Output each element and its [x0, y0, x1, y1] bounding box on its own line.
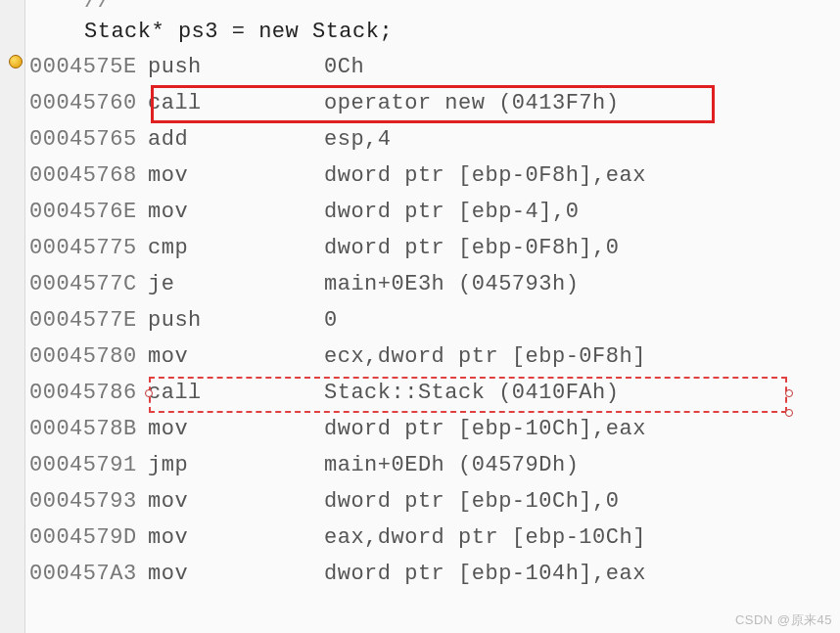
asm-row[interactable]: 0004577Cjemain+0E3h (045793h) — [25, 266, 840, 302]
asm-operand: eax,dword ptr [ebp-10Ch] — [324, 525, 646, 550]
source-code-line: Stack* ps3 = new Stack; — [25, 14, 840, 49]
asm-row[interactable]: 00045775cmpdword ptr [ebp-0F8h],0 — [25, 230, 840, 266]
selection-handle — [145, 389, 153, 397]
asm-addr: 0004578B — [25, 411, 148, 447]
asm-operand: 0 — [324, 308, 338, 333]
asm-operand: dword ptr [ebp-10Ch],eax — [324, 417, 646, 441]
asm-addr: 00045786 — [25, 375, 148, 411]
asm-addr: 0004577C — [25, 266, 148, 302]
asm-mnemonic: mov — [148, 411, 324, 447]
asm-addr: 00045760 — [25, 85, 148, 121]
asm-row[interactable]: 0004579Dmoveax,dword ptr [ebp-10Ch] — [25, 520, 840, 556]
asm-row[interactable]: 00045760calloperator new (0413F7h) — [25, 85, 840, 121]
asm-row[interactable]: 0004576Emovdword ptr [ebp-4],0 — [25, 194, 840, 230]
asm-addr: 00045765 — [25, 121, 148, 158]
asm-row[interactable]: 0004577Epush0 — [25, 302, 840, 339]
asm-mnemonic: mov — [148, 339, 324, 375]
asm-addr: 0004579D — [25, 520, 148, 556]
asm-operand: dword ptr [ebp-104h],eax — [324, 562, 646, 586]
asm-addr: 0004576E — [25, 194, 148, 230]
asm-mnemonic: mov — [148, 483, 324, 520]
asm-row[interactable]: 00045765addesp,4 — [25, 121, 840, 158]
asm-addr: 000457A3 — [25, 556, 148, 592]
asm-mnemonic: call — [148, 375, 324, 411]
source-comment: // — [25, 0, 840, 14]
asm-mnemonic: mov — [148, 520, 324, 556]
asm-mnemonic: mov — [148, 158, 324, 194]
selection-handle — [785, 389, 793, 397]
watermark-text: CSDN @原来45 — [735, 611, 832, 629]
asm-row[interactable]: 00045768movdword ptr [ebp-0F8h],eax — [25, 158, 840, 194]
asm-mnemonic: je — [148, 266, 324, 302]
selection-handle — [785, 409, 793, 417]
breakpoint-marker[interactable] — [9, 55, 23, 68]
asm-mnemonic: mov — [148, 556, 324, 592]
asm-mnemonic: push — [148, 302, 324, 339]
asm-operand: 0Ch — [324, 55, 364, 79]
asm-addr: 00045793 — [25, 483, 148, 520]
asm-row[interactable]: 000457A3movdword ptr [ebp-104h],eax — [25, 556, 840, 592]
asm-mnemonic: add — [148, 121, 324, 158]
asm-row[interactable]: 00045780movecx,dword ptr [ebp-0F8h] — [25, 339, 840, 375]
asm-row[interactable]: 0004578Bmovdword ptr [ebp-10Ch],eax — [25, 411, 840, 447]
asm-operand: dword ptr [ebp-0F8h],0 — [324, 236, 619, 260]
asm-row[interactable]: 0004575Epush0Ch — [25, 49, 840, 85]
asm-addr: 0004577E — [25, 302, 148, 339]
asm-row[interactable]: 00045793movdword ptr [ebp-10Ch],0 — [25, 483, 840, 520]
asm-operand: Stack::Stack (0410FAh) — [324, 381, 619, 405]
asm-addr: 00045791 — [25, 447, 148, 483]
asm-operand: dword ptr [ebp-4],0 — [324, 200, 579, 224]
asm-mnemonic: jmp — [148, 447, 324, 483]
asm-operand: main+0EDh (04579Dh) — [324, 453, 579, 477]
asm-addr: 00045768 — [25, 158, 148, 194]
asm-operand: dword ptr [ebp-10Ch],0 — [324, 489, 619, 514]
asm-addr: 00045775 — [25, 230, 148, 266]
asm-addr: 00045780 — [25, 339, 148, 375]
asm-mnemonic: cmp — [148, 230, 324, 266]
asm-mnemonic: push — [148, 49, 324, 85]
asm-mnemonic: call — [148, 85, 324, 121]
asm-operand: main+0E3h (045793h) — [324, 272, 579, 296]
asm-operand: esp,4 — [324, 127, 392, 152]
gutter — [0, 0, 25, 633]
code-area: // Stack* ps3 = new Stack; 0004575Epush0… — [25, 0, 840, 592]
asm-operand: operator new (0413F7h) — [324, 91, 619, 115]
asm-operand: dword ptr [ebp-0F8h],eax — [324, 163, 646, 188]
asm-row[interactable]: 00045791jmpmain+0EDh (04579Dh) — [25, 447, 840, 483]
disassembly-view: // Stack* ps3 = new Stack; 0004575Epush0… — [0, 0, 840, 633]
asm-operand: ecx,dword ptr [ebp-0F8h] — [324, 344, 646, 369]
asm-addr: 0004575E — [25, 49, 148, 85]
asm-mnemonic: mov — [148, 194, 324, 230]
